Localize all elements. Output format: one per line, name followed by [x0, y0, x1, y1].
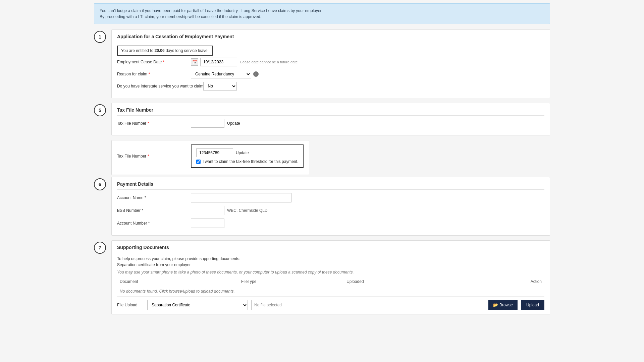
documents-table: Document FileType Uploaded Action No doc…	[117, 277, 544, 297]
browse-button[interactable]: 📂 Browse	[488, 300, 518, 310]
step6-wrapper: 6 Payment Details Account Name * BSB Num…	[94, 177, 550, 236]
account-name-row: Account Name *	[117, 193, 544, 202]
tfn-threshold-checkbox[interactable]	[196, 160, 201, 164]
tfn-highlight-box: Update I want to claim the tax-free thre…	[191, 144, 304, 168]
step1-section: Application for a Cessation of Employmen…	[111, 29, 550, 98]
entitlement-days: 20.06	[155, 48, 165, 53]
step5-wrapper: 5 Tax File Number Tax File Number * Upda…	[94, 103, 550, 135]
col-action: Action	[460, 277, 544, 286]
no-docs-row: No documents found. Click browse/upload …	[117, 286, 544, 297]
tfn-threshold-label: I want to claim the tax-free threshold f…	[203, 159, 298, 164]
tfn-detail-label-text: Tax File Number	[117, 154, 146, 159]
step5-title: Tax File Number	[117, 107, 544, 116]
cease-date-row: Employment Cease Date * 📅 Cease date can…	[117, 58, 544, 66]
tfn-detail-wrapper: Tax File Number * Update I want to claim…	[111, 140, 550, 175]
step1-title: Application for a Cessation of Employmen…	[117, 34, 544, 42]
date-wrapper: 📅	[191, 58, 237, 66]
file-upload-row: File Upload Separation Certificate 📂 Bro…	[117, 300, 544, 310]
account-name-input[interactable]	[191, 193, 291, 202]
interstate-select[interactable]: No	[203, 82, 237, 90]
account-number-row: Account Number *	[117, 219, 544, 228]
info-icon[interactable]: i	[253, 71, 259, 77]
step5-section: Tax File Number Tax File Number * Update	[111, 103, 550, 135]
cease-date-hint: Cease date cannot be a future date	[240, 60, 298, 64]
entitlement-box: You are entitled to 20.06 days long serv…	[117, 46, 213, 56]
step6-section: Payment Details Account Name * BSB Numbe…	[111, 177, 550, 236]
entitlement-suffix: days long service leave.	[165, 48, 209, 53]
no-docs-message: No documents found. Click browse/upload …	[117, 286, 544, 297]
reason-select[interactable]: Genuine Redundancy	[191, 70, 251, 78]
reason-row: Reason for claim * Genuine Redundancy i	[117, 70, 544, 78]
reason-label: Reason for claim *	[117, 72, 191, 76]
bsb-row: BSB Number * WBC, Chermside QLD	[117, 206, 544, 215]
tfn-inner-row: Update	[196, 148, 298, 157]
step7-section: Supporting Documents To help us process …	[111, 240, 550, 314]
file-name-box	[251, 300, 485, 310]
support-desc1: To help us process your claim, please pr…	[117, 256, 544, 261]
step6-title: Payment Details	[117, 181, 544, 190]
account-number-input[interactable]	[191, 219, 224, 228]
tfn-detail-row: Tax File Number * Update I want to claim…	[117, 144, 304, 168]
tfn-outer-input[interactable]	[191, 119, 224, 128]
tfn-detail-label: Tax File Number *	[117, 154, 191, 159]
upload-label: Upload	[526, 303, 539, 307]
calendar-icon[interactable]: 📅	[191, 58, 198, 66]
file-upload-label: File Upload	[117, 303, 144, 307]
tfn-outer-row: Tax File Number * Update	[117, 119, 544, 128]
tfn-outer-update-link[interactable]: Update	[227, 121, 240, 126]
step1-wrapper: 1 Application for a Cessation of Employm…	[94, 29, 550, 98]
info-banner: You can't lodge a claim if you have been…	[94, 3, 550, 24]
banner-line2: By proceeding with a LTI claim, your mem…	[100, 14, 544, 20]
bsb-hint: WBC, Chermside QLD	[227, 208, 268, 213]
step7-wrapper: 7 Supporting Documents To help us proces…	[94, 240, 550, 314]
cease-date-label: Employment Cease Date *	[117, 60, 191, 64]
col-filetype: FileType	[238, 277, 344, 286]
col-uploaded: Uploaded	[344, 277, 460, 286]
step1-circle: 1	[94, 31, 106, 43]
bsb-input[interactable]	[191, 206, 224, 215]
interstate-row: Do you have interstate service you want …	[117, 82, 544, 90]
step5-circle: 5	[94, 104, 106, 116]
account-name-label: Account Name *	[117, 195, 191, 200]
browse-label: Browse	[499, 303, 513, 307]
interstate-label: Do you have interstate service you want …	[117, 84, 203, 88]
tfn-threshold-row: I want to claim the tax-free threshold f…	[196, 159, 298, 164]
bsb-label: BSB Number *	[117, 208, 191, 213]
account-number-label: Account Number *	[117, 221, 191, 226]
tfn-detail-input[interactable]	[196, 148, 233, 157]
entitlement-prefix: You are entitled to	[121, 48, 155, 53]
tfn-detail-update-link[interactable]: Update	[236, 150, 249, 155]
support-desc2: Separation certificate from your employe…	[117, 262, 544, 267]
banner-line1: You can't lodge a claim if you have been…	[100, 8, 544, 14]
step6-circle: 6	[94, 178, 106, 190]
step7-title: Supporting Documents	[117, 245, 544, 253]
step7-circle: 7	[94, 242, 106, 254]
file-type-select[interactable]: Separation Certificate	[147, 300, 248, 310]
cease-date-input[interactable]	[200, 58, 237, 66]
photo-hint: You may use your smart phone to take a p…	[117, 270, 544, 275]
tfn-detail-section: Tax File Number * Update I want to claim…	[111, 140, 309, 175]
upload-button[interactable]: Upload	[521, 300, 544, 310]
browse-icon: 📂	[493, 303, 498, 307]
tfn-outer-label: Tax File Number *	[117, 121, 191, 126]
col-document: Document	[117, 277, 238, 286]
